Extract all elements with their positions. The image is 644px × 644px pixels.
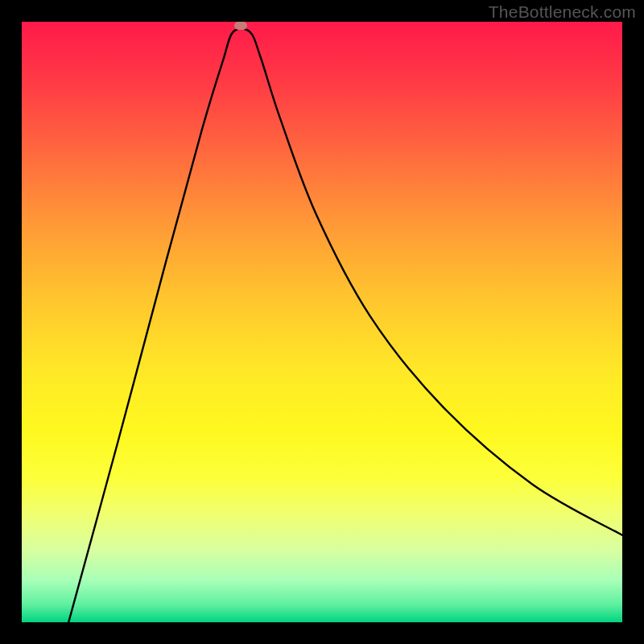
chart-frame: TheBottleneck.com — [0, 0, 644, 644]
optimal-point-marker — [234, 22, 247, 30]
plot-area — [22, 22, 622, 622]
watermark-text: TheBottleneck.com — [489, 2, 636, 22]
bottleneck-curve — [22, 22, 622, 622]
